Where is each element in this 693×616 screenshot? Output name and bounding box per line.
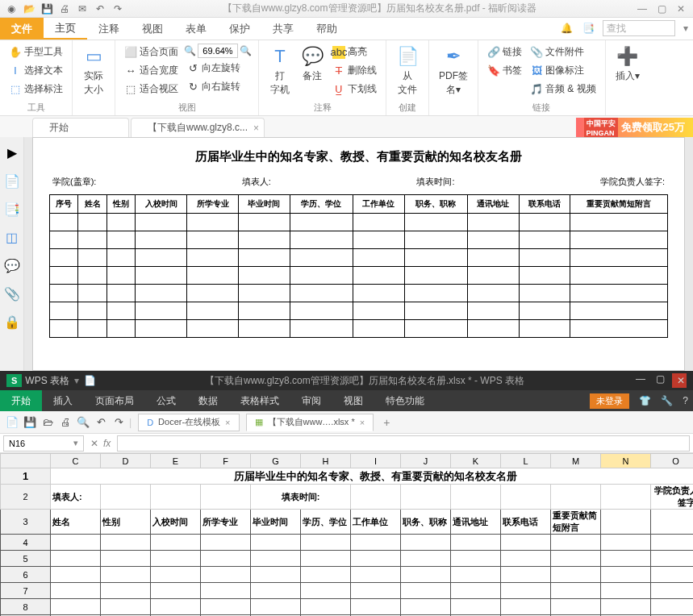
- wps-menu-tablestyle[interactable]: 表格样式: [229, 390, 290, 411]
- menu-form[interactable]: 表单: [174, 18, 218, 40]
- search-input[interactable]: 查找: [603, 20, 675, 36]
- underline-button[interactable]: U̲下划线: [330, 81, 379, 98]
- lock-icon[interactable]: 🔒: [4, 314, 20, 330]
- help-icon[interactable]: ?: [678, 395, 693, 406]
- cell[interactable]: 填表人:: [51, 485, 101, 510]
- col-header[interactable]: J: [401, 454, 451, 468]
- wps-menu-insert[interactable]: 插入: [42, 390, 84, 411]
- col-header[interactable]: L: [501, 454, 551, 468]
- close-icon[interactable]: ✕: [672, 373, 687, 388]
- maximize-icon[interactable]: ▢: [654, 3, 669, 15]
- layers-icon[interactable]: 📑: [4, 202, 20, 217]
- maximize-icon[interactable]: ▢: [653, 373, 667, 388]
- col-header[interactable]: G: [251, 454, 301, 468]
- menu-help[interactable]: 帮助: [305, 18, 349, 40]
- wps-menu-review[interactable]: 审阅: [290, 390, 332, 411]
- wps-grid[interactable]: CDEFGHIJKLMNO 1历届毕业生中的知名专家、教授、有重要贡献的知名校友…: [0, 453, 693, 616]
- fileattach-button[interactable]: 📎文件附件: [528, 44, 599, 60]
- search-dropdown-icon[interactable]: ▾: [678, 18, 693, 40]
- wps-menu-layout[interactable]: 页面布局: [84, 390, 145, 411]
- zoomout-icon[interactable]: 🔍: [184, 45, 196, 56]
- fit-width[interactable]: ↔适合宽度: [122, 62, 181, 79]
- zoom-control[interactable]: 🔍 🔍: [184, 44, 252, 58]
- skin-icon[interactable]: 👕: [634, 395, 656, 406]
- doctab-start[interactable]: 开始: [32, 118, 129, 137]
- print-icon[interactable]: 🖨: [58, 415, 73, 430]
- row-header[interactable]: 5: [1, 551, 51, 567]
- redo-icon[interactable]: ↷: [111, 2, 124, 15]
- promo-banner[interactable]: 中国平安PINGAN免费领取25万: [576, 118, 693, 137]
- cell[interactable]: 联系电话: [501, 510, 551, 535]
- typewriter-button[interactable]: T打 字机: [265, 44, 294, 98]
- cell[interactable]: 学历、学位: [301, 510, 351, 535]
- undo-icon[interactable]: ↶: [94, 415, 108, 430]
- note-button[interactable]: 💬备注: [298, 44, 327, 98]
- comments-icon[interactable]: 💬: [4, 258, 20, 273]
- col-header[interactable]: C: [51, 454, 101, 468]
- sign-button[interactable]: ✒PDF签 名▾: [436, 44, 471, 98]
- close-icon[interactable]: ×: [253, 123, 259, 134]
- redo-icon[interactable]: ↷: [111, 415, 126, 430]
- close-icon[interactable]: ✕: [674, 3, 688, 15]
- col-header[interactable]: D: [101, 454, 151, 468]
- email-icon[interactable]: ✉: [76, 2, 89, 15]
- imgannot-button[interactable]: 🖼图像标注: [528, 62, 599, 79]
- wps-menu-formula[interactable]: 公式: [145, 390, 187, 411]
- close-icon[interactable]: ×: [225, 418, 230, 427]
- wps-menu-special[interactable]: 特色功能: [374, 390, 436, 411]
- menu-file[interactable]: 文件: [0, 18, 44, 40]
- cell[interactable]: 所学专业: [201, 510, 251, 535]
- row-header[interactable]: 6: [1, 567, 51, 583]
- cell[interactable]: 性别: [101, 510, 151, 535]
- minimize-icon[interactable]: —: [635, 3, 649, 15]
- cell[interactable]: 填表时间:: [251, 485, 351, 510]
- cell[interactable]: 通讯地址: [451, 510, 501, 535]
- pages-icon[interactable]: 📄: [4, 173, 20, 189]
- open-icon[interactable]: 🗁: [40, 415, 55, 430]
- formula-input[interactable]: [117, 435, 690, 452]
- clip-icon[interactable]: 📎: [4, 286, 20, 302]
- row-header[interactable]: 7: [1, 583, 51, 599]
- print-icon[interactable]: 🖨: [58, 2, 71, 15]
- row-header[interactable]: 1: [1, 468, 51, 485]
- close-icon[interactable]: ×: [360, 418, 365, 427]
- link-button[interactable]: 🔗链接: [485, 44, 524, 60]
- cell[interactable]: 毕业时间: [251, 510, 301, 535]
- select-all-corner[interactable]: [1, 454, 51, 468]
- av-button[interactable]: 🎵音频 & 视频: [528, 81, 599, 98]
- menu-home[interactable]: 主页: [44, 18, 87, 40]
- wps-menu-start[interactable]: 开始: [0, 390, 42, 411]
- row-header[interactable]: 3: [1, 510, 51, 535]
- col-header[interactable]: I: [351, 454, 401, 468]
- fit-page[interactable]: ⬜适合页面: [122, 44, 181, 60]
- login-badge[interactable]: 未登录: [590, 393, 629, 409]
- dropdown-icon[interactable]: ▾: [69, 375, 84, 386]
- convert-icon[interactable]: 📑: [578, 18, 599, 40]
- rotate-right[interactable]: ↻向右旋转: [184, 78, 252, 95]
- row-header[interactable]: 8: [1, 599, 51, 615]
- select-annot-tool[interactable]: ⬚选择标注: [6, 81, 65, 98]
- doctab-document[interactable]: 【下载自www.glzy8.c...×: [131, 118, 265, 137]
- col-header[interactable]: K: [451, 454, 501, 468]
- thumbs-icon[interactable]: ◫: [6, 230, 18, 245]
- undo-icon[interactable]: ↶: [94, 2, 106, 15]
- fromfile-button[interactable]: 📄从 文件: [393, 44, 422, 98]
- menu-annot[interactable]: 注释: [87, 18, 131, 40]
- expand-icon[interactable]: ▶: [7, 145, 17, 160]
- cell[interactable]: [651, 510, 694, 535]
- cell[interactable]: 姓名: [51, 510, 101, 535]
- new-icon[interactable]: 📄: [5, 415, 19, 430]
- wps-doctab-docer[interactable]: DDocer-在线模板×: [138, 414, 239, 431]
- menu-view[interactable]: 视图: [131, 18, 174, 40]
- newtab-button[interactable]: +: [377, 416, 396, 429]
- actual-size-button[interactable]: ▭实际 大小: [79, 44, 108, 98]
- wps-menu-data[interactable]: 数据: [187, 390, 229, 411]
- col-header[interactable]: N: [601, 454, 651, 468]
- zoom-input[interactable]: [198, 44, 238, 58]
- open-icon[interactable]: 📂: [23, 2, 35, 15]
- col-header[interactable]: H: [301, 454, 351, 468]
- save-icon[interactable]: 💾: [40, 2, 53, 15]
- cell[interactable]: 重要贡献简短附言: [551, 510, 601, 535]
- preview-icon[interactable]: 🔍: [76, 415, 90, 430]
- cell[interactable]: 学院负责人签字:: [651, 485, 694, 510]
